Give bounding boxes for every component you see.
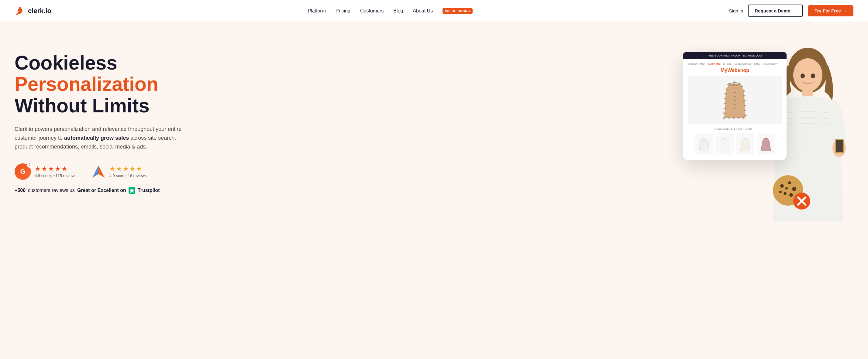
svg-point-11 [734, 100, 736, 101]
svg-marker-4 [98, 166, 104, 178]
svg-point-10 [734, 96, 736, 97]
nav-actions: Sign In Request a Demo → Try For Free → [729, 5, 854, 17]
nav-about-us[interactable]: About Us [413, 8, 433, 14]
shop-section-label: YOU MIGHT ALSO LOVE... [688, 128, 782, 131]
svg-point-15 [793, 58, 823, 92]
svg-point-13 [734, 107, 736, 109]
logo-text: clerk.io [28, 7, 51, 15]
request-demo-button[interactable]: Request a Demo → [748, 5, 803, 17]
svg-point-17 [811, 73, 815, 78]
trustpilot-count: +500 [14, 188, 26, 193]
hero-visual: FIND YOUR NEXT FAVORITE DRESS QUIZ WOMEN… [185, 46, 854, 213]
hero-title-line3: Without Limits [14, 95, 185, 116]
hero-title-line1: Cookieless [14, 52, 117, 74]
cookie-illustration [771, 174, 808, 207]
svg-point-25 [788, 181, 791, 184]
shop-thumb-3 [736, 133, 754, 155]
svg-point-9 [734, 92, 736, 93]
hero-section: Cookieless Personalization Without Limit… [0, 22, 868, 225]
svg-marker-5 [92, 166, 98, 178]
capterra-logo [91, 164, 106, 179]
g2-score: 4.8 score, +115 reviews [35, 173, 76, 178]
nav-blog[interactable]: Blog [393, 8, 403, 14]
shop-thumb-4 [757, 133, 775, 155]
svg-point-16 [801, 73, 805, 78]
hero-title: Cookieless Personalization Without Limit… [14, 52, 185, 116]
navigation: clerk.io Platform Pricing Customers Blog… [0, 0, 868, 22]
svg-point-30 [785, 187, 788, 190]
cookie-svg [771, 174, 811, 210]
ratings-row: G 2 ★ ★ ★ ★ ★ 4.8 score, +115 reviews [14, 163, 185, 180]
hero-content: Cookieless Personalization Without Limit… [14, 46, 185, 194]
shop-card: FIND YOUR NEXT FAVORITE DRESS QUIZ WOMEN… [683, 52, 786, 160]
g2-stars: ★ ★ ★ ★ ★ [35, 165, 76, 173]
shop-thumb-1 [695, 133, 713, 155]
hero-description: Clerk.io powers personalization and rele… [14, 125, 185, 151]
g2-rating: G 2 ★ ★ ★ ★ ★ 4.8 score, +115 reviews [14, 163, 76, 180]
trustpilot-row: +500 customers reviews us Great or Excel… [14, 187, 185, 194]
svg-point-24 [780, 184, 784, 188]
nav-platform[interactable]: Platform [308, 8, 326, 14]
capterra-rating: ★ ★ ★ ★ ★ 4.9 score, 16 reviews [91, 164, 147, 179]
nav-pricing[interactable]: Pricing [336, 8, 350, 14]
dress-svg [720, 79, 750, 121]
svg-point-29 [779, 191, 782, 193]
shop-thumb-2 [715, 133, 734, 155]
trustpilot-quality: Great or Excellent on [77, 188, 126, 193]
logo-icon [14, 5, 26, 17]
svg-point-12 [734, 104, 736, 105]
nav-links: Platform Pricing Customers Blog About Us… [308, 8, 473, 14]
shop-brand: MyWebshop [688, 68, 782, 73]
nav-customers[interactable]: Customers [360, 8, 383, 14]
trustpilot-star-icon [129, 187, 135, 194]
logo[interactable]: clerk.io [14, 5, 51, 17]
trustpilot-text: customers reviews us [28, 188, 75, 193]
shop-product-image [688, 76, 782, 124]
svg-point-27 [783, 192, 786, 195]
shop-nav-bar: WOMEN MEN CLOTHING SHOES ACCESSORIES SAL… [688, 63, 782, 65]
trustpilot-name: Trustpilot [138, 188, 160, 193]
svg-point-26 [792, 187, 796, 191]
hero-title-line2: Personalization [14, 73, 185, 95]
svg-point-28 [789, 193, 793, 197]
shop-card-header: FIND YOUR NEXT FAVORITE DRESS QUIZ [683, 52, 786, 59]
svg-rect-22 [836, 140, 843, 152]
capterra-score: 4.9 score, 16 reviews [110, 173, 147, 178]
sign-in-link[interactable]: Sign In [729, 8, 743, 13]
shop-thumbnails [688, 133, 782, 155]
try-free-button[interactable]: Try For Free → [808, 5, 854, 17]
capterra-stars: ★ ★ ★ ★ ★ [110, 165, 147, 173]
hiring-badge[interactable]: WE'RE HIRING [442, 8, 473, 14]
g2-logo: G 2 [14, 163, 31, 180]
